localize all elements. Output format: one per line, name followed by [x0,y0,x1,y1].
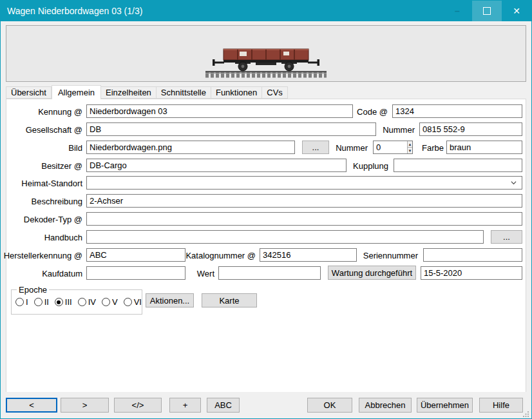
bild-nummer-label: Nummer [326,143,368,153]
kennung-label: Kennung @ [1,107,82,117]
farbe-input[interactable] [446,141,522,154]
handbuch-browse-button[interactable]: ... [491,230,522,244]
titlebar: Wagen Niederbordwagen 03 (1/3) – ✕ [1,1,531,21]
spinner-buttons: ▲ ▼ [407,141,412,153]
tab-funktionen[interactable]: Funktionen [211,86,262,99]
radio-icon [34,298,43,306]
aktionen-button[interactable]: Aktionen... [146,293,194,307]
tab-einzelheiten[interactable]: Einzelheiten [101,86,157,99]
abc-button[interactable]: ABC [207,398,240,413]
epoche-radio-1[interactable]: I [15,297,28,307]
window-controls: – ✕ [442,1,531,21]
bild-browse-button[interactable]: ... [302,141,329,154]
bild-nummer-spinner-input[interactable] [374,141,407,153]
radio-icon [102,298,110,306]
heimat-standort-combobox[interactable] [86,176,522,190]
resize-grip[interactable] [523,411,529,417]
close-button[interactable]: ✕ [502,1,531,21]
wagon-image [202,32,330,80]
beschreibung-input[interactable] [86,194,522,208]
spinner-down-icon[interactable]: ▼ [408,148,412,153]
tab-uebersicht[interactable]: Übersicht [6,86,52,99]
epoche-radio-2[interactable]: II [34,297,49,307]
maximize-button[interactable] [472,1,502,21]
epoche-legend: Epoche [17,285,49,295]
epoche-radio-1-label: I [26,297,28,307]
herstellerkennung-input[interactable] [86,248,185,262]
tab-allgemein[interactable]: Allgemein [52,85,101,99]
add-button[interactable]: + [169,398,201,413]
dekoder-typ-label: Dekoder-Typ @ [1,215,82,224]
wartung-datum-input[interactable] [421,266,522,280]
tab-bar: Übersicht Allgemein Einzelheiten Schnitt… [6,85,288,99]
prev-record-button[interactable]: < [6,398,57,413]
code-label: Code @ [345,107,388,117]
bild-label: Bild [1,143,82,153]
kaufdatum-label: Kaufdatum [1,269,82,278]
apply-button[interactable]: Übernehmen [417,398,473,413]
nummer-input[interactable] [419,122,522,136]
help-button[interactable]: Hilfe [479,398,523,413]
besitzer-input[interactable] [86,159,347,172]
heimat-standort-label: Heimat-Standort [1,179,82,188]
seriennummer-input[interactable] [423,248,522,262]
wert-input[interactable] [218,266,321,280]
bild-nummer-spinner[interactable]: ▲ ▼ [373,141,413,154]
epoche-radio-3-label: III [65,297,72,307]
tab-cvs[interactable]: CVs [262,86,288,99]
wagon-properties-dialog: Wagen Niederbordwagen 03 (1/3) – ✕ [0,0,532,419]
epoche-radio-6[interactable]: VI [124,297,142,307]
epoche-radio-2-label: II [44,297,49,307]
radio-icon [78,298,86,306]
nummer-label: Nummer [374,125,415,135]
footer-bar: < > </> + ABC OK Abbrechen Übernehmen Hi… [1,392,531,418]
bild-input[interactable] [86,141,295,154]
kennung-input[interactable] [86,104,353,118]
wert-label: Wert [181,269,214,278]
epoche-options: I II III IV V VI [15,297,142,307]
epoche-radio-4-label: IV [88,297,96,307]
radio-icon [124,298,132,306]
gesellschaft-label: Gesellschaft @ [1,125,82,135]
minimize-button[interactable]: – [442,1,472,21]
kaufdatum-input[interactable] [86,266,185,280]
ok-button[interactable]: OK [307,398,352,413]
code-input[interactable] [392,104,522,118]
farbe-label: Farbe [416,143,444,153]
epoche-radio-3[interactable]: III [55,297,72,307]
next-record-button[interactable]: > [61,398,109,413]
code-toggle-button[interactable]: </> [114,398,162,413]
karte-button[interactable]: Karte [202,293,257,307]
epoche-radio-6-label: VI [134,297,142,307]
epoche-radio-4[interactable]: IV [78,297,96,307]
close-icon: ✕ [513,6,520,16]
minimize-icon: – [455,6,460,16]
radio-icon [55,298,63,306]
tab-schnittstelle[interactable]: Schnittstelle [157,86,211,99]
katalognummer-label: Katalognummer @ [181,251,256,260]
spinner-up-icon[interactable]: ▲ [408,141,412,148]
wagon-preview-panel [6,25,526,82]
dekoder-typ-input[interactable] [86,212,522,226]
wartung-durchgefuehrt-button[interactable]: Wartung durchgeführt [328,266,416,280]
herstellerkennung-label: Herstellerkennung @ [1,251,82,260]
epoche-radio-5[interactable]: V [102,297,118,307]
handbuch-input[interactable] [86,230,484,244]
radio-icon [15,298,24,306]
handbuch-label: Handbuch [1,233,82,242]
window-title: Wagen Niederbordwagen 03 (1/3) [1,6,142,16]
besitzer-label: Besitzer @ [1,161,82,171]
beschreibung-label: Beschreibung [1,197,82,206]
seriennummer-label: Seriennummer [348,251,418,260]
epoche-groupbox: Epoche I II III IV V [11,285,142,315]
maximize-icon [483,7,491,15]
kupplung-input[interactable] [394,159,522,172]
kupplung-label: Kupplung [347,161,388,171]
cancel-button[interactable]: Abbrechen [359,398,412,413]
gesellschaft-input[interactable] [86,122,376,136]
katalognummer-input[interactable] [260,248,357,262]
dropdown-chevron-icon [511,180,517,186]
epoche-radio-5-label: V [112,297,118,307]
